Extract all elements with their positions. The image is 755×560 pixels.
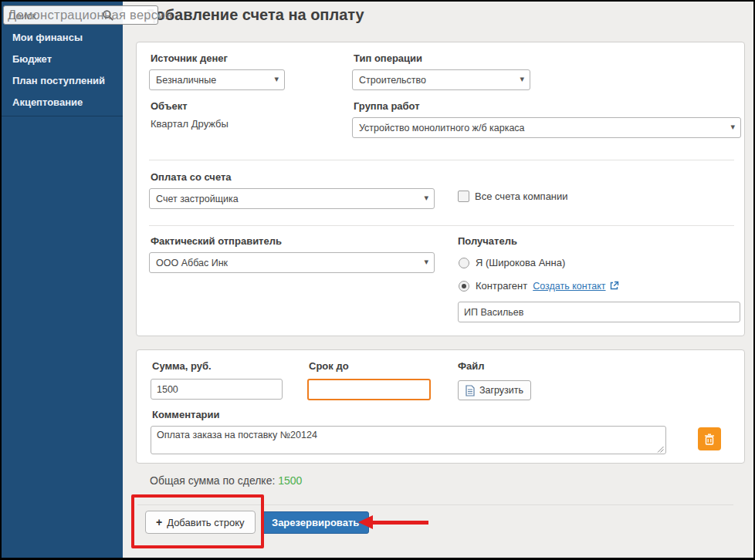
work-group-value: Устройство монолитного ж/б каркаса [359,123,525,133]
search-icon[interactable] [102,9,114,22]
object-value: Квартал Дружбы [151,118,229,130]
create-contact-link[interactable]: Создать контакт [533,281,605,292]
chevron-down-icon: ▾ [424,257,428,267]
reserve-button[interactable]: Зарезервировать [262,511,369,534]
source-of-money-label: Источник денег [151,52,228,64]
chevron-down-icon: ▾ [730,122,735,132]
work-group-select[interactable]: Устройство монолитного ж/б каркаса ▾ [352,117,741,138]
operation-type-select[interactable]: Строительство ▾ [352,69,530,90]
pay-from-account-label: Оплата со счета [151,171,232,183]
document-icon [466,385,475,396]
section-divider [149,225,734,226]
sidebar-item-acceptance[interactable]: Акцептование [12,96,120,108]
add-row-label: Добавить строку [167,517,244,528]
chevron-down-icon: ▾ [274,74,279,84]
pay-from-account-value: Счет застройщика [156,194,239,204]
page-title: Добавление счета на оплату [144,6,364,24]
all-company-accounts-checkbox[interactable]: Все счета компании [458,191,568,202]
contractor-name-input[interactable] [458,302,740,322]
annotation-arrow [372,521,428,525]
comments-label: Комментарии [152,409,220,420]
file-label: Файл [458,360,485,372]
comments-textarea[interactable]: Оплата заказа на поставку №20124 [151,426,666,454]
external-link-icon[interactable] [609,281,619,291]
source-of-money-value: Безналичные [156,75,216,86]
chevron-down-icon: ▾ [424,193,428,203]
due-date-input[interactable] [307,379,431,400]
sidebar: Мои финансы Бюджет План поступлений Акце… [2,2,123,558]
pay-from-account-select[interactable]: Счет застройщика ▾ [149,188,435,209]
recipient-me-label: Я (Широкова Анна) [476,257,565,268]
actual-sender-label: Фактический отправитель [151,235,282,247]
recipient-contractor-label: Контрагент [476,280,527,292]
upload-file-label: Загрузить [479,385,523,396]
chevron-down-icon: ▾ [520,74,524,84]
sidebar-item-my-finances[interactable]: Мои финансы [12,32,120,43]
invoice-details-card: Источник денег Безналичные ▾ Тип операци… [136,42,745,336]
app-window: Мои финансы Бюджет План поступлений Акце… [0,0,755,560]
sidebar-item-budget[interactable]: Бюджет [12,53,120,65]
footer-divider [137,504,733,505]
trash-icon [704,433,715,445]
actual-sender-select[interactable]: ООО Аббас Инк ▾ [149,252,435,273]
add-row-button[interactable]: +Добавить строку [145,511,256,534]
object-label: Объект [151,100,188,112]
source-of-money-select[interactable]: Безналичные ▾ [149,69,285,90]
work-group-label: Группа работ [354,100,420,112]
recipient-me-radio[interactable]: Я (Широкова Анна) [459,257,565,268]
search-input[interactable] [7,8,101,24]
checkbox-icon[interactable] [458,191,469,202]
deal-total-label: Общая сумма по сделке: [150,474,275,487]
amount-input[interactable] [151,379,283,400]
plus-icon: + [156,516,162,528]
recipient-label: Получатель [458,235,517,247]
search-box[interactable] [3,5,158,25]
deal-total: Общая сумма по сделке: 1500 [150,474,302,487]
operation-type-value: Строительство [359,75,426,86]
due-date-label: Срок до [309,360,349,372]
deal-total-value: 1500 [278,474,302,487]
payment-line-card: Сумма, руб. Срок до Файл Загрузить Комме… [136,349,745,464]
app-content: Мои финансы Бюджет План поступлений Акце… [2,2,753,558]
operation-type-label: Тип операции [354,52,422,64]
all-company-accounts-label: Все счета компании [475,191,568,202]
amount-label: Сумма, руб. [152,360,212,372]
sidebar-item-income-plan[interactable]: План поступлений [12,75,120,86]
sidebar-divider [2,116,123,116]
actual-sender-value: ООО Аббас Инк [156,258,228,268]
section-divider [149,160,734,160]
recipient-contractor-radio[interactable]: Контрагент Создать контакт [459,280,619,292]
delete-line-button[interactable] [698,427,721,450]
upload-file-button[interactable]: Загрузить [458,380,531,400]
radio-selected-icon[interactable] [459,281,469,292]
radio-icon[interactable] [459,258,469,268]
